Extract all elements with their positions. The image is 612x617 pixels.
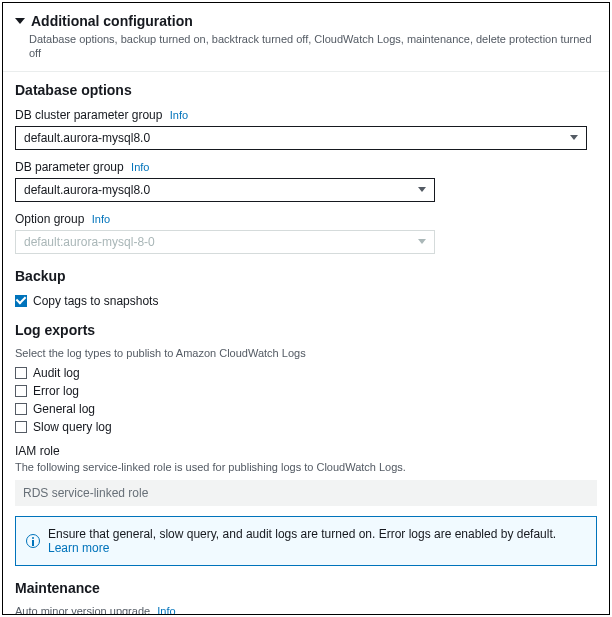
db-cluster-param-value: default.aurora-mysql8.0 (24, 131, 150, 145)
iam-role-label: IAM role (15, 444, 597, 458)
panel-title: Additional configuration (31, 13, 193, 29)
option-group-value: default:aurora-mysql-8-0 (24, 235, 155, 249)
info-alert-text: Ensure that general, slow query, and aud… (48, 527, 586, 555)
general-log-label: General log (33, 402, 95, 416)
slow-query-log-checkbox[interactable] (15, 421, 27, 433)
info-alert: Ensure that general, slow query, and aud… (15, 516, 597, 566)
caret-down-icon (15, 18, 25, 24)
error-log-checkbox[interactable] (15, 385, 27, 397)
iam-role-value: RDS service-linked role (15, 480, 597, 506)
info-icon (26, 534, 40, 548)
audit-log-checkbox[interactable] (15, 367, 27, 379)
maintenance-sub-label-text: Auto minor version upgrade (15, 605, 150, 615)
option-group-label-text: Option group (15, 212, 84, 226)
info-link[interactable]: Info (92, 213, 110, 225)
copy-tags-label: Copy tags to snapshots (33, 294, 158, 308)
option-group-select: default:aurora-mysql-8-0 (15, 230, 435, 254)
slow-query-log-label: Slow query log (33, 420, 112, 434)
copy-tags-checkbox[interactable] (15, 295, 27, 307)
db-param-label: DB parameter group Info (15, 160, 597, 174)
panel-subtitle: Database options, backup turned on, back… (29, 32, 597, 61)
db-cluster-param-select[interactable]: default.aurora-mysql8.0 (15, 126, 587, 150)
panel-header[interactable]: Additional configuration Database option… (3, 3, 609, 72)
maintenance-sub-label: Auto minor version upgrade Info (15, 604, 597, 615)
audit-log-label: Audit log (33, 366, 80, 380)
section-database-options: Database options (15, 82, 597, 98)
db-cluster-param-label: DB cluster parameter group Info (15, 108, 597, 122)
option-group-label: Option group Info (15, 212, 597, 226)
info-link[interactable]: Info (131, 161, 149, 173)
chevron-down-icon (418, 187, 426, 192)
error-log-label: Error log (33, 384, 79, 398)
learn-more-link[interactable]: Learn more (48, 541, 109, 555)
section-log-exports: Log exports (15, 322, 597, 338)
section-maintenance: Maintenance (15, 580, 597, 596)
info-link[interactable]: Info (157, 605, 175, 615)
general-log-checkbox[interactable] (15, 403, 27, 415)
db-param-value: default.aurora-mysql8.0 (24, 183, 150, 197)
info-alert-message: Ensure that general, slow query, and aud… (48, 527, 556, 541)
additional-configuration-panel: Additional configuration Database option… (2, 2, 610, 615)
db-cluster-param-label-text: DB cluster parameter group (15, 108, 162, 122)
section-backup: Backup (15, 268, 597, 284)
log-exports-subtitle: Select the log types to publish to Amazo… (15, 346, 597, 360)
info-link[interactable]: Info (170, 109, 188, 121)
chevron-down-icon (418, 239, 426, 244)
db-param-select[interactable]: default.aurora-mysql8.0 (15, 178, 435, 202)
chevron-down-icon (570, 135, 578, 140)
iam-role-sub: The following service-linked role is use… (15, 460, 597, 474)
db-param-label-text: DB parameter group (15, 160, 124, 174)
